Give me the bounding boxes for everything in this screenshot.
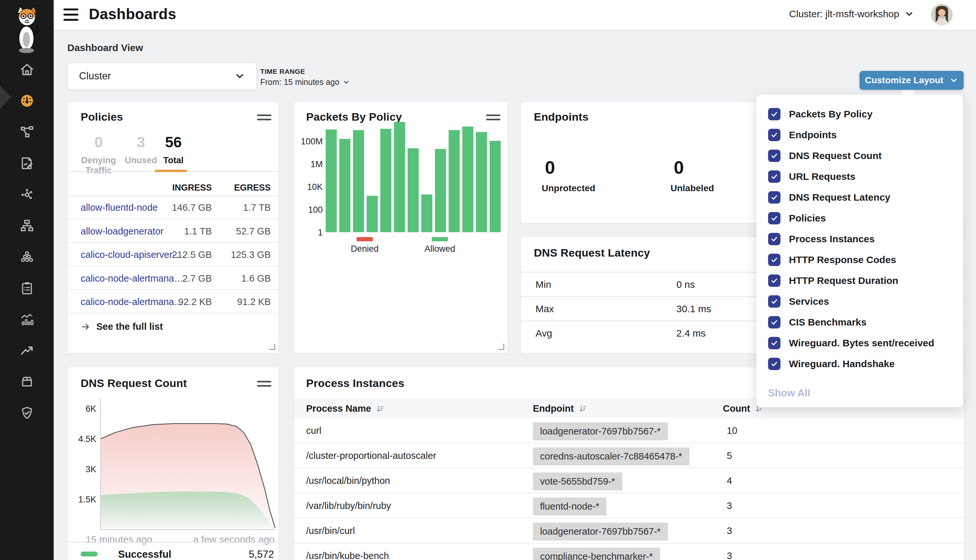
sidebar-item-dashboards[interactable] [0, 86, 54, 117]
endpoint-chip[interactable]: compliance-benchmarker-* [533, 548, 660, 560]
bar[interactable] [380, 129, 391, 232]
checkbox-checked-icon[interactable] [768, 129, 781, 141]
bar[interactable] [394, 122, 405, 232]
endpoint-chip[interactable]: loadgenerator-7697bb7567-* [533, 523, 668, 540]
panel-item-http-request-duration[interactable]: HTTP Request Duration [756, 270, 963, 291]
time-range-value[interactable]: From: 15 minutes ago [260, 77, 350, 87]
checkbox-checked-icon[interactable] [768, 275, 781, 287]
sidebar-item-threat-defense[interactable] [0, 398, 54, 429]
resize-handle[interactable] [269, 344, 275, 350]
top-bar: Dashboards Cluster: jlt-msft-workshop [54, 0, 976, 30]
count-cell: 3 [727, 500, 732, 511]
checkbox-checked-icon[interactable] [768, 108, 781, 120]
policy-name-link[interactable]: calico-node-alertmana… [81, 273, 184, 284]
checkbox-checked-icon[interactable] [768, 358, 781, 370]
sidebar-item-policy-tree[interactable] [0, 211, 54, 242]
sidebar-item-home[interactable] [0, 55, 54, 86]
legend-item-allowed[interactable]: Allowed [425, 237, 454, 254]
checkbox-checked-icon[interactable] [768, 212, 781, 224]
endpoint-chip[interactable]: vote-5655bd759-* [533, 473, 622, 490]
panel-item-services[interactable]: Services [756, 291, 963, 312]
col-endpoint[interactable]: Endpoint [533, 403, 587, 414]
process-name-cell: /usr/bin/curl [306, 525, 355, 536]
panel-item-dns-request-count[interactable]: DNS Request Count [756, 145, 963, 166]
panel-item-wireguard-handshake[interactable]: Wireguard. Handshake [756, 353, 963, 374]
panel-item-policies[interactable]: Policies [756, 208, 963, 228]
panel-item-http-response-codes[interactable]: HTTP Response Codes [756, 250, 963, 270]
process-row: /usr/bin/kube-benchcompliance-benchmarke… [294, 543, 964, 560]
dashboard-view-select[interactable]: Cluster [67, 62, 257, 90]
panel-item-label: DNS Request Count [789, 150, 882, 161]
panel-item-label: Services [789, 296, 829, 307]
policies-stat-total[interactable]: 56Total [142, 135, 204, 165]
bar[interactable] [353, 130, 364, 232]
panel-item-process-instances[interactable]: Process Instances [756, 228, 963, 250]
count-cell: 4 [727, 475, 732, 486]
bar[interactable] [435, 149, 446, 232]
count-cell: 3 [727, 525, 732, 536]
bar[interactable] [421, 195, 432, 232]
sort-icon [579, 405, 587, 413]
panel-item-dns-request-latency[interactable]: DNS Request Latency [756, 187, 963, 208]
sidebar-item-clusters[interactable] [0, 242, 54, 273]
menu-icon[interactable] [63, 8, 78, 21]
policy-name-link[interactable]: allow-loadgenerator [81, 226, 164, 237]
bar[interactable] [476, 132, 487, 232]
policy-name-link[interactable]: allow-fluentd-node [81, 202, 158, 213]
sidebar-item-image-assurance[interactable] [0, 367, 54, 398]
policy-name-link[interactable]: calico-cloud-apiserver-… [81, 250, 185, 260]
endpoint-chip[interactable]: loadgenerator-7697bb7567-* [533, 422, 668, 440]
see-full-list-link[interactable]: See the full list [81, 321, 163, 332]
checkbox-checked-icon[interactable] [768, 316, 781, 328]
panel-item-endpoints[interactable]: Endpoints [756, 125, 963, 145]
latency-row-value: 30.1 ms [676, 303, 711, 315]
panel-item-wireguard-bytes-sent-received[interactable]: Wireguard. Bytes sent/received [756, 333, 963, 353]
row-divider [68, 313, 279, 313]
sidebar-item-service-graph[interactable] [0, 117, 54, 148]
sort-icon [376, 405, 384, 413]
checkbox-checked-icon[interactable] [768, 170, 781, 183]
process-name-cell: /cluster-proportional-autoscaler [306, 450, 436, 461]
endpoint-chip[interactable]: coredns-autoscaler-7c88465478-* [533, 447, 689, 465]
endpoint-chip[interactable]: fluentd-node-* [533, 498, 606, 515]
dns-latency-card-title: DNS Request Latency [534, 247, 650, 259]
drag-handle-icon[interactable] [257, 115, 271, 120]
user-avatar[interactable] [931, 4, 953, 25]
panel-item-url-requests[interactable]: URL Requests [756, 166, 963, 187]
bar[interactable] [326, 130, 337, 232]
checkbox-checked-icon[interactable] [768, 337, 781, 349]
bar[interactable] [367, 196, 378, 232]
show-all-link[interactable]: Show All [768, 387, 811, 399]
sidebar-item-reports[interactable] [0, 148, 54, 180]
successful-legend-value: 5,572 [249, 548, 274, 560]
y-tick-label: 10K [297, 182, 323, 192]
dns-area-chart [101, 397, 275, 530]
checkbox-checked-icon[interactable] [768, 191, 781, 203]
col-process-name[interactable]: Process Name [306, 403, 384, 414]
resize-handle[interactable] [498, 344, 504, 350]
checkbox-checked-icon[interactable] [768, 295, 781, 308]
chevron-down-icon [342, 79, 350, 86]
sidebar-item-compliance[interactable] [0, 273, 54, 304]
panel-item-cis-benchmarks[interactable]: CIS Benchmarks [756, 312, 963, 333]
service-graph-icon [20, 125, 35, 141]
panel-item-label: Packets By Policy [789, 108, 873, 120]
checkbox-checked-icon[interactable] [768, 233, 781, 245]
bar[interactable] [449, 130, 460, 232]
bar[interactable] [490, 141, 501, 232]
legend-item-denied[interactable]: Denied [350, 237, 379, 254]
policy-name-link[interactable]: calico-node-alertmana… [81, 297, 184, 307]
bar[interactable] [408, 148, 419, 232]
sidebar-item-statistics[interactable] [0, 304, 54, 336]
calico-cat-logo[interactable] [9, 5, 45, 50]
sidebar-item-network-flows[interactable] [0, 180, 54, 211]
checkbox-checked-icon[interactable] [768, 150, 781, 162]
panel-item-packets-by-policy[interactable]: Packets By Policy [756, 104, 963, 125]
checkbox-checked-icon[interactable] [768, 254, 781, 266]
bar[interactable] [339, 139, 350, 232]
cluster-selector[interactable]: Cluster: jlt-msft-workshop [789, 8, 914, 20]
bar[interactable] [462, 127, 473, 232]
sidebar-item-timeline[interactable] [0, 336, 54, 367]
drag-handle-icon[interactable] [257, 381, 271, 387]
customize-layout-button[interactable]: Customize Layout [859, 71, 964, 90]
